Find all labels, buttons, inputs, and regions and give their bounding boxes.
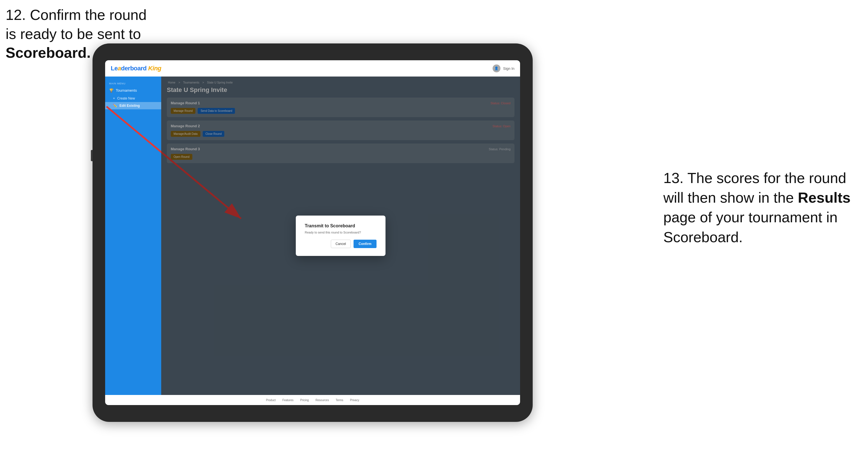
user-avatar: 👤 xyxy=(493,64,500,72)
cancel-button[interactable]: Cancel xyxy=(331,240,351,248)
transmit-modal: Transmit to Scoreboard Ready to send thi… xyxy=(296,216,385,256)
modal-overlay: Transmit to Scoreboard Ready to send thi… xyxy=(161,76,520,395)
sidebar-item-create-new[interactable]: + Create New xyxy=(105,95,161,102)
annotation-right: 13. The scores for the round will then s… xyxy=(663,168,860,247)
tablet-screen: Leaderboard King 👤 Sign In MAIN MENU 🏆 T… xyxy=(105,60,520,405)
sidebar-menu-label: MAIN MENU xyxy=(105,80,161,86)
footer-terms[interactable]: Terms xyxy=(336,399,343,402)
sidebar-item-tournaments[interactable]: 🏆 Tournaments xyxy=(105,86,161,95)
sidebar-create-new-label: Create New xyxy=(117,96,135,100)
annotation-line3: Scoreboard. xyxy=(6,44,91,61)
main-content: MAIN MENU 🏆 Tournaments + Create New ✏️ … xyxy=(105,76,520,395)
modal-title: Transmit to Scoreboard xyxy=(305,223,376,228)
sidebar-tournaments-label: Tournaments xyxy=(116,88,137,93)
footer-privacy[interactable]: Privacy xyxy=(350,399,359,402)
sidebar: MAIN MENU 🏆 Tournaments + Create New ✏️ … xyxy=(105,76,161,395)
tablet-side-button xyxy=(91,150,93,161)
footer-resources[interactable]: Resources xyxy=(315,399,329,402)
sidebar-edit-existing-label: Edit Existing xyxy=(119,104,140,107)
top-navbar: Leaderboard King 👤 Sign In xyxy=(105,60,520,76)
plus-icon: + xyxy=(113,96,115,100)
tablet-frame: Leaderboard King 👤 Sign In MAIN MENU 🏆 T… xyxy=(93,43,533,422)
modal-actions: Cancel Confirm xyxy=(305,240,376,248)
trophy-icon: 🏆 xyxy=(109,88,114,93)
nav-right: 👤 Sign In xyxy=(493,64,515,72)
page-content: Home > Tournaments > State U Spring Invi… xyxy=(161,76,520,395)
annotation-top: 12. Confirm the round is ready to be sen… xyxy=(6,6,147,63)
annotation-line1: 12. Confirm the round xyxy=(6,7,147,23)
confirm-button[interactable]: Confirm xyxy=(353,240,376,248)
modal-subtitle: Ready to send this round to Scoreboard? xyxy=(305,231,376,234)
footer-features[interactable]: Features xyxy=(282,399,293,402)
edit-icon: ✏️ xyxy=(113,104,117,107)
footer-product[interactable]: Product xyxy=(266,399,276,402)
annotation-results-bold: Results xyxy=(798,189,850,206)
sidebar-item-edit-existing[interactable]: ✏️ Edit Existing xyxy=(105,102,161,109)
logo-area: Leaderboard King xyxy=(111,65,161,72)
logo: Leaderboard King xyxy=(111,65,161,72)
sign-in-link[interactable]: Sign In xyxy=(503,66,515,71)
annotation-line2: is ready to be sent to xyxy=(6,26,141,42)
page-footer: Product Features Pricing Resources Terms… xyxy=(105,395,520,405)
footer-pricing[interactable]: Pricing xyxy=(300,399,309,402)
